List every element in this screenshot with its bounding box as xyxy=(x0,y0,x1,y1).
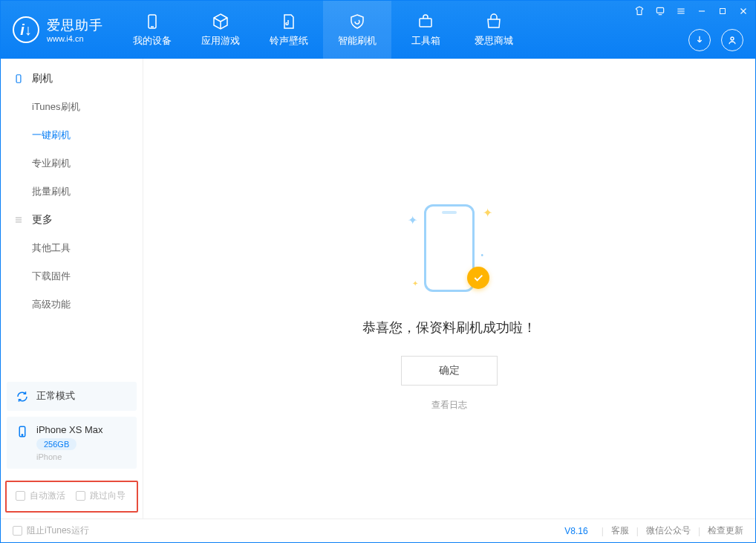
feedback-icon[interactable] xyxy=(654,5,666,17)
ok-button[interactable]: 确定 xyxy=(401,356,498,386)
phone-outline-icon xyxy=(13,73,25,85)
sidebar-item-oneclick-flash[interactable]: 一键刷机 xyxy=(1,121,143,149)
device-info-box[interactable]: iPhone XS Max 256GB iPhone xyxy=(7,417,137,469)
header-actions xyxy=(688,29,743,51)
tab-my-device[interactable]: 我的设备 xyxy=(118,1,186,59)
device-type: iPhone xyxy=(36,452,103,461)
checkbox-icon xyxy=(76,491,85,501)
app-name: 爱思助手 xyxy=(47,16,103,34)
device-panel: 正常模式 iPhone XS Max 256GB iPhone xyxy=(1,376,143,481)
top-tabs: 我的设备 应用游戏 铃声壁纸 智能刷机 工具箱 爱思商城 xyxy=(118,1,528,59)
svg-rect-9 xyxy=(720,9,726,14)
user-icon[interactable] xyxy=(721,29,743,51)
checkbox-skip-guide[interactable]: 跳过向导 xyxy=(76,490,126,502)
footer-link-support[interactable]: 客服 xyxy=(611,524,629,537)
flash-options-row: 自动激活 跳过向导 xyxy=(5,481,138,513)
sidebar-item-batch-flash[interactable]: 批量刷机 xyxy=(1,178,143,206)
sidebar-item-itunes-flash[interactable]: iTunes刷机 xyxy=(1,93,143,121)
app-window: i↓ 爱思助手 www.i4.cn 我的设备 应用游戏 铃声壁纸 智能刷机 xyxy=(0,0,756,543)
phone-icon xyxy=(143,12,162,31)
checkbox-block-itunes[interactable]: 阻止iTunes运行 xyxy=(13,524,89,537)
device-name: iPhone XS Max xyxy=(36,424,103,435)
list-icon xyxy=(13,214,25,226)
sparkle-icon: ✦ xyxy=(408,213,417,227)
toolbox-icon xyxy=(416,12,435,31)
footer: 阻止iTunes运行 V8.16 | 客服 | 微信公众号 | 检查更新 xyxy=(1,518,755,542)
success-message: 恭喜您，保资料刷机成功啦！ xyxy=(362,319,536,336)
sidebar-group-flash[interactable]: 刷机 xyxy=(1,65,143,93)
sparkle-icon: ✦ xyxy=(483,206,492,220)
sidebar: 刷机 iTunes刷机 一键刷机 专业刷机 批量刷机 更多 其他工具 下载固件 … xyxy=(1,59,143,518)
svg-rect-12 xyxy=(16,75,21,83)
checkbox-auto-activate[interactable]: 自动激活 xyxy=(16,490,65,502)
tab-smart-flash[interactable]: 智能刷机 xyxy=(323,1,391,59)
minimize-icon[interactable] xyxy=(696,5,708,17)
footer-link-update[interactable]: 检查更新 xyxy=(708,524,743,537)
app-url: www.i4.cn xyxy=(47,34,103,43)
checkbox-icon xyxy=(13,526,22,536)
body: 刷机 iTunes刷机 一键刷机 专业刷机 批量刷机 更多 其他工具 下载固件 … xyxy=(1,59,755,518)
svg-rect-2 xyxy=(420,19,431,27)
device-phone-icon xyxy=(16,425,29,438)
header: i↓ 爱思助手 www.i4.cn 我的设备 应用游戏 铃声壁纸 智能刷机 xyxy=(1,1,755,59)
store-icon xyxy=(484,12,504,31)
cube-icon xyxy=(211,12,230,31)
close-icon[interactable] xyxy=(737,5,749,17)
shield-refresh-icon xyxy=(348,12,367,31)
version-label: V8.16 xyxy=(564,526,587,536)
sidebar-group-more[interactable]: 更多 xyxy=(1,206,143,234)
view-log-link[interactable]: 查看日志 xyxy=(431,399,467,412)
tab-store[interactable]: 爱思商城 xyxy=(460,1,528,59)
tab-apps-games[interactable]: 应用游戏 xyxy=(186,1,255,59)
svg-rect-4 xyxy=(656,7,663,13)
refresh-icon xyxy=(16,390,29,403)
device-mode-label: 正常模式 xyxy=(36,389,75,403)
device-storage-badge: 256GB xyxy=(36,438,76,450)
sidebar-item-advanced[interactable]: 高级功能 xyxy=(1,290,143,319)
device-mode-box[interactable]: 正常模式 xyxy=(7,382,137,411)
tab-toolbox[interactable]: 工具箱 xyxy=(391,1,460,59)
maximize-icon[interactable] xyxy=(717,5,729,17)
music-file-icon xyxy=(279,12,299,31)
menu-icon[interactable] xyxy=(675,5,687,17)
main-content: ✦ ✦ ✦ • 恭喜您，保资料刷机成功啦！ 确定 查看日志 xyxy=(143,59,755,518)
logo-icon: i↓ xyxy=(13,16,39,43)
download-icon[interactable] xyxy=(688,29,711,51)
sparkle-icon: • xyxy=(480,251,483,259)
sidebar-item-pro-flash[interactable]: 专业刷机 xyxy=(1,149,143,178)
skin-icon[interactable] xyxy=(633,5,645,17)
checkbox-icon xyxy=(16,491,25,501)
window-controls xyxy=(633,5,749,17)
checkmark-badge-icon xyxy=(467,267,489,289)
tab-ringtone-wallpaper[interactable]: 铃声壁纸 xyxy=(255,1,323,59)
svg-point-3 xyxy=(731,37,734,40)
svg-point-17 xyxy=(22,435,23,436)
success-illustration: ✦ ✦ ✦ • xyxy=(405,200,494,296)
footer-link-wechat[interactable]: 微信公众号 xyxy=(646,524,691,537)
sidebar-item-download-firmware[interactable]: 下载固件 xyxy=(1,262,143,290)
sidebar-item-other-tools[interactable]: 其他工具 xyxy=(1,234,143,262)
logo[interactable]: i↓ 爱思助手 www.i4.cn xyxy=(1,1,118,59)
sparkle-icon: ✦ xyxy=(412,279,418,287)
